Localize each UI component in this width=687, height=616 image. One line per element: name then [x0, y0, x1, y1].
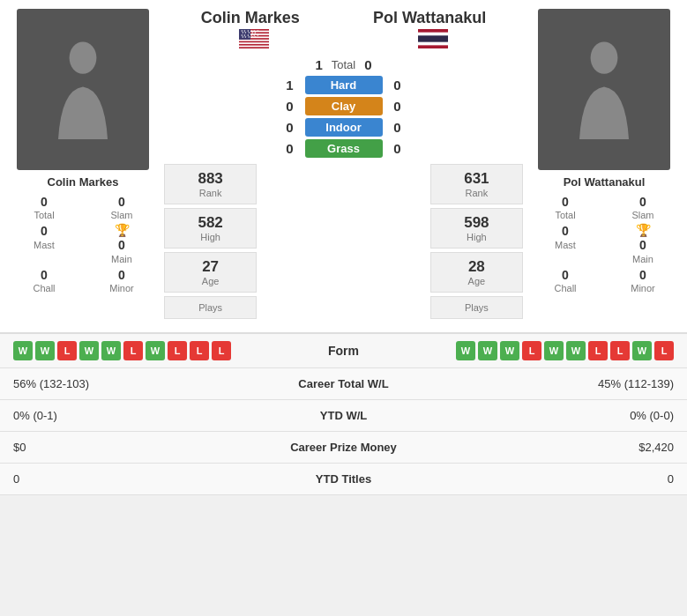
hard-badge: Hard — [305, 76, 383, 94]
form-badge-l: L — [654, 341, 674, 360]
career-wl-left: 56% (132-103) — [13, 377, 265, 390]
left-high-value: 582 — [198, 214, 222, 232]
left-slam-label: Slam — [110, 210, 132, 221]
right-high-box: 598 High — [430, 208, 523, 249]
left-total-label: Total — [34, 210, 54, 221]
form-badge-l: L — [588, 341, 608, 360]
ytd-titles-right: 0 — [423, 472, 675, 486]
indoor-right-score: 0 — [390, 120, 406, 135]
hard-surface-row: 1 Hard 0 — [282, 76, 406, 94]
prize-money-row: $0 Career Prize Money $2,420 — [0, 432, 687, 464]
left-high-box: 582 High — [164, 208, 257, 249]
right-plays-box: Plays — [430, 296, 523, 319]
svg-point-16 — [591, 41, 618, 73]
ytd-titles-left: 0 — [13, 472, 265, 486]
right-mast-value: 0 — [562, 223, 569, 239]
clay-right-score: 0 — [390, 99, 406, 114]
svg-rect-7 — [239, 46, 269, 48]
main-container: Colin Markes 0 Total 0 Slam 0 Mast 🏆 0 — [0, 0, 687, 495]
right-main-label: Main — [632, 254, 653, 265]
left-chall-cell: 0 Chall — [9, 267, 79, 294]
left-plays-label: Plays — [198, 302, 222, 313]
form-badge-w: W — [13, 341, 33, 360]
form-badge-w: W — [456, 341, 475, 360]
left-high-label: High — [200, 232, 220, 242]
right-rank-label: Rank — [466, 188, 489, 198]
prize-money-right: $2,420 — [423, 441, 675, 454]
age-stats-row: 27 Age 28 Age — [164, 252, 523, 293]
ytd-titles-row: 0 YTD Titles 0 — [0, 464, 687, 495]
left-rank-value: 883 — [198, 170, 222, 188]
players-comparison: Colin Markes 0 Total 0 Slam 0 Mast 🏆 0 — [0, 0, 687, 328]
right-slam-cell: 0 Slam — [608, 194, 678, 221]
svg-point-0 — [70, 41, 97, 73]
left-rank-box: 883 Rank — [164, 164, 257, 204]
center-column: Colin Markes Pol Wattanakul — [164, 9, 523, 319]
center-names-row: Colin Markes Pol Wattanakul — [164, 9, 523, 27]
left-player-center-name: Colin Markes — [201, 9, 300, 27]
ytd-wl-left: 0% (0-1) — [13, 409, 265, 422]
left-trophy-icon: 🏆 — [115, 223, 130, 237]
right-age-box: 28 Age — [430, 252, 523, 293]
grass-surface-row: 0 Grass 0 — [282, 139, 406, 158]
left-minor-cell: 0 Minor — [86, 267, 157, 294]
left-age-value: 27 — [202, 258, 219, 276]
right-player-photo — [538, 9, 670, 170]
bottom-section: WWLWWLWLLL Form WWWLWWLLWL 56% (132-103)… — [0, 332, 687, 495]
right-player-stats: 0 Total 0 Slam 0 Mast 🏆 0 Main 0 — [530, 194, 678, 294]
right-flag-wrap — [418, 29, 448, 52]
right-trophy-icon: 🏆 — [636, 223, 651, 237]
right-rank-box: 631 Rank — [430, 164, 523, 204]
total-left-score: 1 — [315, 57, 322, 72]
right-high-label: High — [467, 232, 487, 242]
left-age-box: 27 Age — [164, 252, 257, 293]
form-badge-w: W — [35, 341, 55, 360]
indoor-left-score: 0 — [282, 120, 298, 135]
form-badge-l: L — [522, 341, 541, 360]
form-badge-w: W — [566, 341, 586, 360]
form-badge-l: L — [123, 341, 143, 360]
left-plays-box: Plays — [164, 296, 257, 319]
right-chall-label: Chall — [554, 283, 576, 294]
form-badge-w: W — [500, 341, 519, 360]
form-badge-w: W — [79, 341, 99, 360]
form-badge-l: L — [168, 341, 187, 360]
total-right-score: 0 — [364, 57, 371, 72]
right-minor-value: 0 — [639, 267, 646, 283]
form-badge-w: W — [478, 341, 497, 360]
right-plays-label: Plays — [465, 302, 489, 313]
right-mast-cell: 0 Mast — [530, 223, 601, 264]
clay-badge: Clay — [305, 97, 383, 115]
right-chall-value: 0 — [562, 267, 569, 283]
grass-left-score: 0 — [282, 141, 298, 156]
usa-flag-icon: ★ ★ ★ ★ ★ ★ ★ ★ ★ ★ ★ ★ ★ ★ ★ ★ ★ ★ ★ ★ … — [239, 29, 269, 48]
clay-surface-row: 0 Clay 0 — [282, 97, 406, 115]
right-form-badges: WWWLWWLLWL — [397, 341, 675, 360]
indoor-surface-row: 0 Indoor 0 — [282, 118, 406, 137]
left-flag-wrap: ★ ★ ★ ★ ★ ★ ★ ★ ★ ★ ★ ★ ★ ★ ★ ★ ★ ★ ★ ★ … — [239, 29, 269, 52]
right-slam-value: 0 — [639, 194, 646, 210]
prize-money-label: Career Prize Money — [265, 441, 423, 454]
grass-right-score: 0 — [390, 141, 406, 156]
left-slam-value: 0 — [118, 194, 125, 210]
right-total-label: Total — [555, 210, 575, 221]
svg-rect-5 — [239, 40, 269, 41]
left-mast-cell: 0 Mast — [9, 223, 79, 264]
svg-text:★ ★ ★ ★ ★: ★ ★ ★ ★ ★ — [241, 35, 257, 39]
left-total-cell: 0 Total — [9, 194, 79, 221]
left-rank-label: Rank — [199, 188, 222, 198]
left-player-photo — [17, 9, 149, 170]
left-form-badges: WWLWWLWLLL — [13, 341, 291, 360]
surfaces-mid-spacer — [259, 164, 428, 204]
form-badge-w: W — [146, 341, 165, 360]
form-row: WWLWWLWLLL Form WWWLWWLLWL — [0, 334, 687, 368]
indoor-badge: Indoor — [305, 118, 383, 137]
hard-right-score: 0 — [390, 78, 406, 93]
thai-flag-icon — [418, 29, 448, 48]
right-minor-label: Minor — [631, 283, 655, 294]
left-minor-label: Minor — [109, 283, 134, 294]
form-badge-w: W — [632, 341, 652, 360]
right-rank-value: 631 — [464, 170, 489, 188]
total-row: 1 Total 0 — [315, 57, 371, 72]
left-total-value: 0 — [41, 194, 48, 210]
